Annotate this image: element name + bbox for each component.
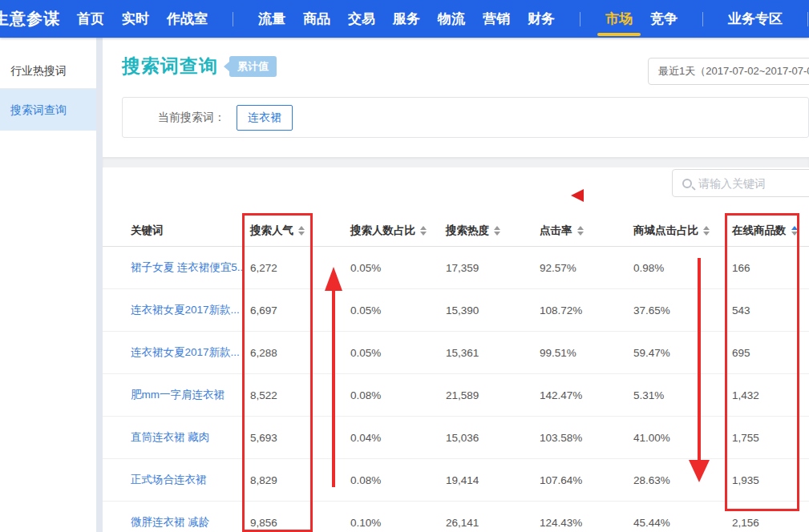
nav-divider bbox=[580, 12, 580, 26]
nav-item[interactable]: 交易 bbox=[339, 0, 384, 38]
section-separator bbox=[103, 157, 809, 167]
table-cell: 0.08% bbox=[350, 474, 446, 486]
table-cell: 543 bbox=[732, 304, 809, 316]
table-cell: 2,156 bbox=[732, 517, 809, 529]
table-cell: 6,272 bbox=[250, 262, 350, 274]
table-cell: 21,589 bbox=[446, 389, 540, 401]
table-cell: 92.57% bbox=[540, 262, 633, 274]
current-keyword-panel: 当前搜索词： 连衣裙 bbox=[122, 97, 809, 138]
table-cell: 142.47% bbox=[540, 389, 633, 401]
search-terms-table: 关键词搜索人气搜索人数占比搜索热度点击率商城点击占比在线商品数 裙子女夏 连衣裙… bbox=[103, 215, 809, 532]
table-cell: 15,361 bbox=[446, 347, 540, 359]
table-cell: 0.05% bbox=[350, 347, 446, 359]
sidebar: 行业热搜词搜索词查询 bbox=[0, 38, 96, 532]
column-header[interactable]: 在线商品数 bbox=[732, 224, 809, 238]
table-row: 正式场合连衣裙8,8290.08%19,414107.64%28.63%1,93… bbox=[103, 459, 809, 502]
table-cell: 1,432 bbox=[732, 389, 809, 401]
keyword-link[interactable]: 连衣裙女夏2017新款... bbox=[131, 345, 250, 360]
page-title: 搜索词查询 bbox=[122, 54, 218, 79]
nav-item[interactable]: 财务 bbox=[519, 0, 564, 38]
table-cell: 0.98% bbox=[633, 262, 732, 274]
column-header[interactable]: 点击率 bbox=[540, 224, 633, 238]
column-header[interactable]: 商城点击占比 bbox=[633, 224, 732, 238]
keyword-link[interactable]: 肥mm一字肩连衣裙 bbox=[131, 388, 250, 402]
nav-item[interactable]: 物流 bbox=[429, 0, 474, 38]
sort-icon[interactable] bbox=[420, 226, 427, 236]
nav-item[interactable]: 流量 bbox=[249, 0, 294, 38]
table-cell: 0.10% bbox=[350, 517, 446, 529]
nav-item[interactable]: 市场 bbox=[597, 0, 641, 38]
cumulative-badge: 累计值 bbox=[229, 56, 277, 77]
table-cell: 99.51% bbox=[540, 347, 633, 359]
top-nav: 生意参谋 首页实时作战室流量商品交易服务物流营销财务市场竞争业务专区取数 bbox=[0, 0, 809, 38]
nav-item[interactable]: 竞争 bbox=[641, 0, 686, 38]
table-cell: 59.47% bbox=[633, 347, 732, 359]
search-icon bbox=[682, 179, 692, 188]
column-header-label: 商城点击占比 bbox=[633, 224, 698, 238]
column-header[interactable]: 搜索人数占比 bbox=[350, 224, 446, 238]
badge-label: 累计值 bbox=[237, 60, 269, 72]
nav-active-underline bbox=[597, 33, 641, 36]
nav-item[interactable]: 首页 bbox=[68, 0, 113, 38]
nav-item[interactable]: 服务 bbox=[384, 0, 429, 38]
column-header[interactable]: 搜索人气 bbox=[250, 224, 350, 238]
sort-icon[interactable] bbox=[703, 226, 710, 236]
sort-icon[interactable] bbox=[494, 226, 500, 236]
keyword-link[interactable]: 裙子女夏 连衣裙便宜5.. bbox=[131, 260, 250, 275]
table-cell: 166 bbox=[732, 262, 809, 274]
table-cell: 5.31% bbox=[633, 389, 732, 401]
sort-icon[interactable] bbox=[298, 226, 305, 236]
table-cell: 15,036 bbox=[446, 432, 540, 444]
main-content: 搜索词查询 累计值 最近1天（2017-07-02~2017-07-02 当前搜… bbox=[103, 38, 809, 532]
table-cell: 45.44% bbox=[633, 517, 732, 529]
nav-item[interactable]: 作战室 bbox=[158, 0, 216, 38]
column-header[interactable]: 搜索热度 bbox=[446, 224, 540, 238]
table-cell: 0.08% bbox=[350, 389, 446, 401]
keyword-search-box[interactable] bbox=[672, 169, 809, 197]
column-header-label: 关键词 bbox=[131, 224, 164, 238]
nav-item[interactable]: 商品 bbox=[294, 0, 339, 38]
table-cell: 17,359 bbox=[446, 262, 540, 274]
page-header: 搜索词查询 累计值 bbox=[122, 54, 277, 79]
keyword-link[interactable]: 连衣裙女夏2017新款... bbox=[131, 303, 250, 317]
keyword-link[interactable]: 直筒连衣裙 藏肉 bbox=[131, 430, 250, 445]
table-cell: 8,522 bbox=[250, 389, 350, 401]
table-cell: 37.65% bbox=[633, 304, 732, 316]
sidebar-divider bbox=[96, 38, 103, 532]
badge-pointer-icon bbox=[224, 62, 229, 71]
table-cell: 5,693 bbox=[250, 432, 350, 444]
table-cell: 28.63% bbox=[633, 474, 732, 486]
table-row: 微胖连衣裙 减龄9,8560.10%26,141124.43%45.44%2,1… bbox=[103, 502, 809, 532]
table-cell: 108.72% bbox=[540, 304, 633, 316]
table-row: 肥mm一字肩连衣裙8,5220.08%21,589142.47%5.31%1,4… bbox=[103, 374, 809, 417]
table-cell: 41.00% bbox=[633, 432, 732, 444]
column-header-label: 搜索热度 bbox=[446, 224, 489, 238]
table-header-row: 关键词搜索人气搜索人数占比搜索热度点击率商城点击占比在线商品数 bbox=[103, 215, 809, 247]
table-cell: 0.05% bbox=[350, 304, 446, 316]
table-cell: 695 bbox=[732, 347, 809, 359]
nav-divider bbox=[233, 12, 233, 26]
nav-item[interactable]: 业务专区 bbox=[719, 0, 791, 38]
table-cell: 1,935 bbox=[732, 474, 809, 486]
current-keyword-label: 当前搜索词： bbox=[158, 111, 225, 125]
nav-item[interactable]: 实时 bbox=[113, 0, 158, 38]
sort-icon[interactable] bbox=[577, 226, 584, 236]
sort-icon[interactable] bbox=[791, 226, 798, 236]
column-header: 关键词 bbox=[131, 224, 250, 238]
table-cell: 15,390 bbox=[446, 304, 540, 316]
sidebar-item[interactable]: 行业热搜词 bbox=[0, 52, 96, 89]
app-logo: 生意参谋 bbox=[0, 8, 60, 30]
nav-item[interactable]: 营销 bbox=[474, 0, 519, 38]
table-row: 连衣裙女夏2017新款...6,6970.05%15,390108.72%37.… bbox=[103, 289, 809, 332]
table-cell: 1,755 bbox=[732, 432, 809, 444]
table-cell: 124.43% bbox=[540, 517, 633, 529]
table-row: 裙子女夏 连衣裙便宜5..6,2720.05%17,35992.57%0.98%… bbox=[103, 247, 809, 289]
keyword-search-input[interactable] bbox=[698, 177, 809, 190]
sidebar-item[interactable]: 搜索词查询 bbox=[0, 89, 96, 131]
date-range-label: 最近1天（2017-07-02~2017-07-02 bbox=[658, 65, 809, 77]
date-range-picker[interactable]: 最近1天（2017-07-02~2017-07-02 bbox=[648, 58, 809, 85]
keyword-link[interactable]: 微胖连衣裙 减龄 bbox=[131, 515, 250, 530]
current-keyword-tag[interactable]: 连衣裙 bbox=[237, 105, 293, 131]
keyword-link[interactable]: 正式场合连衣裙 bbox=[131, 473, 250, 487]
nav-divider bbox=[702, 12, 703, 26]
